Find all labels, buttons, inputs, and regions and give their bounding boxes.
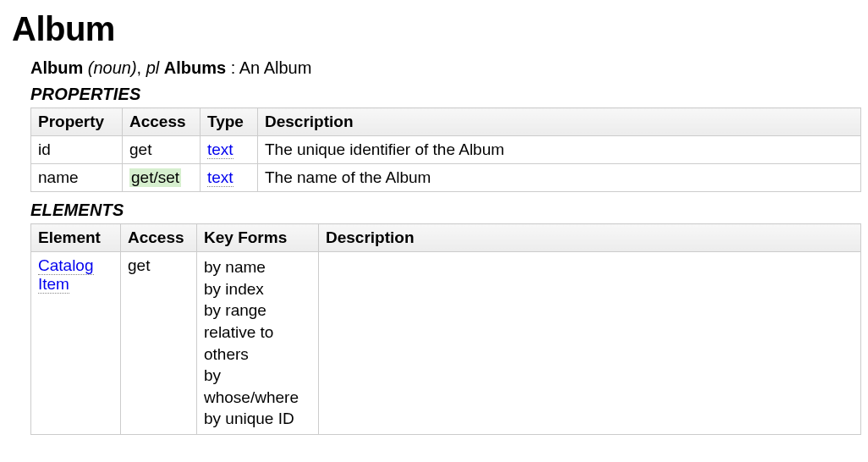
definition-line: Album (noun), pl Albums : An Album	[30, 58, 856, 78]
keyform-item: by index	[204, 278, 311, 300]
properties-col-access: Access	[123, 108, 201, 136]
element-access-cell: get	[121, 252, 197, 435]
property-access-cell: get	[123, 136, 201, 164]
definition-plural-abbr: pl	[146, 58, 160, 77]
definition-pos: (noun)	[88, 58, 137, 77]
elements-col-keyforms: Key Forms	[197, 224, 319, 252]
elements-heading: ELEMENTS	[30, 201, 856, 220]
definition-description: An Album	[239, 58, 312, 77]
type-link[interactable]: text	[207, 140, 233, 159]
keyform-item: by whose/where	[204, 365, 311, 408]
property-description-cell: The name of the Album	[258, 164, 861, 192]
table-row: idgettextThe unique identifier of the Al…	[31, 136, 861, 164]
properties-heading: PROPERTIES	[30, 85, 856, 104]
table-row: nameget/settextThe name of the Album	[31, 164, 861, 192]
elements-col-access: Access	[121, 224, 197, 252]
table-row: Catalog Itemgetby nameby indexby rangere…	[31, 252, 861, 435]
property-type-cell: text	[201, 136, 258, 164]
definition-plural: Albums	[164, 58, 226, 77]
properties-col-description: Description	[258, 108, 861, 136]
access-highlight: get/set	[129, 168, 181, 187]
elements-col-element: Element	[31, 224, 121, 252]
elements-table: Element Access Key Forms Description Cat…	[30, 223, 861, 435]
element-link[interactable]: Catalog Item	[38, 256, 94, 294]
properties-col-property: Property	[31, 108, 123, 136]
page-title: Album	[12, 10, 856, 48]
elements-col-description: Description	[319, 224, 861, 252]
element-description-cell	[319, 252, 861, 435]
element-name-cell: Catalog Item	[31, 252, 121, 435]
definition-term: Album	[30, 58, 83, 77]
property-name-cell: name	[31, 164, 123, 192]
keyform-item: by range	[204, 300, 311, 322]
properties-table: Property Access Type Description idgette…	[30, 107, 861, 192]
keyform-item: by name	[204, 256, 311, 278]
type-link[interactable]: text	[207, 168, 233, 187]
property-description-cell: The unique identifier of the Album	[258, 136, 861, 164]
keyform-item: by unique ID	[204, 408, 311, 430]
property-type-cell: text	[201, 164, 258, 192]
properties-col-type: Type	[201, 108, 258, 136]
element-keyforms-cell: by nameby indexby rangerelative to other…	[197, 252, 319, 435]
property-name-cell: id	[31, 136, 123, 164]
keyform-item: relative to others	[204, 322, 311, 365]
property-access-cell: get/set	[123, 164, 201, 192]
